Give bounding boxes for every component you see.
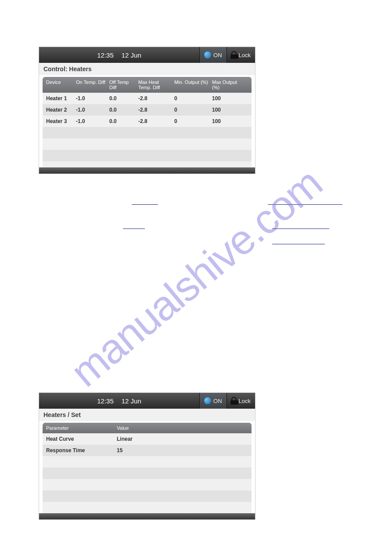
watermark-text: manualshive.com [61, 159, 331, 396]
table-row[interactable]: Heater 2 -1.0 0.0 -2.8 0 100 [43, 104, 252, 116]
cell-off-temp: 0.0 [108, 118, 137, 124]
clock-area: 12:35 12 Jun [93, 51, 146, 59]
clock-area: 12:35 12 Jun [93, 397, 146, 405]
col-value: Value [115, 423, 252, 433]
table-row-empty [43, 490, 252, 502]
globe-icon [204, 397, 211, 404]
link-underline [132, 204, 158, 205]
table-row-empty [43, 456, 252, 468]
link-underline [123, 229, 145, 229]
heaters-set-panel: 12:35 12 Jun ON Lock Heaters / Set Param… [39, 392, 255, 520]
link-underline [268, 204, 342, 205]
cell-device: Heater 2 [43, 107, 74, 113]
cell-min-out: 0 [173, 118, 210, 124]
table-row[interactable]: Heater 1 -1.0 0.0 -2.8 0 100 [43, 93, 252, 104]
cell-min-out: 0 [173, 107, 210, 113]
on-label: ON [213, 52, 222, 58]
status-bar: 12:35 12 Jun ON Lock [39, 393, 255, 409]
link-underline [272, 244, 325, 244]
cell-parameter: Heat Curve [43, 436, 115, 442]
table-row-empty [43, 468, 252, 479]
on-button[interactable]: ON [199, 47, 227, 63]
lock-label: Lock [239, 52, 251, 58]
on-button[interactable]: ON [199, 393, 227, 409]
col-parameter: Parameter [43, 423, 115, 433]
table-row[interactable]: Heat Curve Linear [43, 433, 252, 445]
table-header: Device On Temp. Diff Off Temp Diff Max H… [43, 77, 252, 93]
lock-button[interactable]: Lock [227, 393, 255, 409]
table-row[interactable]: Heater 3 -1.0 0.0 -2.8 0 100 [43, 116, 252, 127]
col-device: Device [43, 77, 74, 93]
cell-on-temp: -1.0 [74, 95, 108, 102]
table-row[interactable]: Response Time 15 [43, 445, 252, 456]
col-min-out: Min. Output (%) [173, 77, 210, 93]
cell-value: 15 [115, 447, 252, 453]
time-label: 12:35 [97, 51, 114, 59]
control-heaters-panel: 12:35 12 Jun ON Lock Control: Heaters De… [39, 47, 255, 174]
cell-device: Heater 1 [43, 95, 74, 102]
cell-on-temp: -1.0 [74, 118, 108, 124]
globe-icon [204, 51, 211, 58]
cell-min-out: 0 [173, 95, 210, 102]
lock-button[interactable]: Lock [227, 47, 255, 63]
panel-title: Control: Heaters [39, 63, 255, 75]
col-max-out: Max Output (%) [210, 77, 245, 93]
cell-off-temp: 0.0 [108, 107, 137, 113]
cell-max-out: 100 [210, 95, 245, 102]
table-body: Heat Curve Linear Response Time 15 [43, 433, 252, 513]
cell-parameter: Response Time [43, 447, 115, 453]
table-row-empty [43, 127, 252, 138]
table-body: Heater 1 -1.0 0.0 -2.8 0 100 Heater 2 -1… [43, 93, 252, 173]
table-header: Parameter Value [43, 423, 252, 433]
date-label: 12 Jun [122, 51, 141, 59]
date-label: 12 Jun [122, 397, 141, 405]
lock-icon [231, 51, 237, 56]
col-off-temp: Off Temp Diff [108, 77, 137, 93]
cell-on-temp: -1.0 [74, 107, 108, 113]
cell-max-heat: -2.8 [137, 118, 173, 124]
col-max-heat: Max Heat Temp. Diff [137, 77, 173, 93]
table-row-empty [43, 479, 252, 490]
cell-device: Heater 3 [43, 118, 74, 124]
link-underline [272, 229, 329, 229]
lock-label: Lock [239, 398, 251, 404]
status-bar: 12:35 12 Jun ON Lock [39, 47, 255, 63]
cell-value: Linear [115, 436, 252, 442]
panel-footer-bar [39, 513, 255, 519]
time-label: 12:35 [97, 397, 114, 405]
panel-footer-bar [39, 167, 255, 174]
cell-off-temp: 0.0 [108, 95, 137, 102]
lock-icon [231, 397, 237, 402]
cell-max-heat: -2.8 [137, 95, 173, 102]
cell-max-heat: -2.8 [137, 107, 173, 113]
panel-title: Heaters / Set [39, 409, 255, 421]
table-row-empty [43, 502, 252, 513]
cell-max-out: 100 [210, 118, 245, 124]
table-row-empty [43, 138, 252, 150]
col-on-temp: On Temp. Diff [74, 77, 108, 93]
on-label: ON [213, 398, 222, 404]
cell-max-out: 100 [210, 107, 245, 113]
table-row-empty [43, 150, 252, 161]
